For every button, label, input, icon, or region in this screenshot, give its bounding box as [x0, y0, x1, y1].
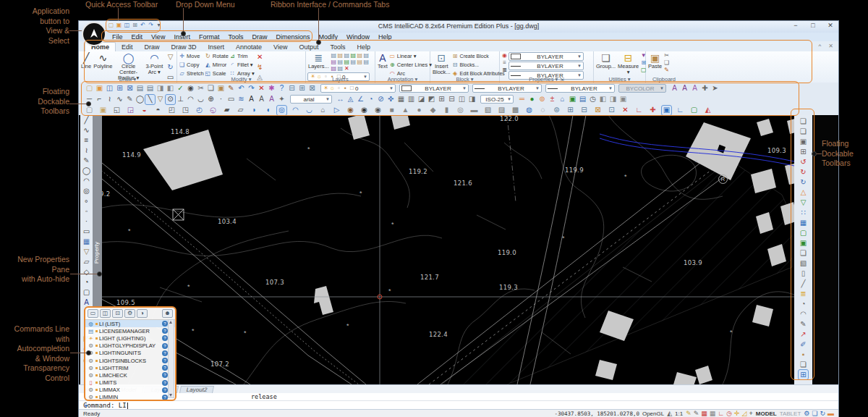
match-icon[interactable]: ❏ — [799, 360, 808, 369]
export-icon[interactable]: ◧ — [166, 84, 175, 93]
layer-tool-icon[interactable]: ⊜ — [552, 106, 561, 115]
find-icon[interactable]: ◉ — [186, 84, 195, 93]
lineweight-toggle-icon[interactable]: + — [749, 410, 753, 417]
polygon-icon[interactable]: ▽ — [82, 247, 91, 256]
tool-icon[interactable]: ▣ — [568, 95, 577, 104]
application-button[interactable] — [82, 22, 106, 46]
spell-check-icon[interactable]: ✓ — [176, 84, 185, 93]
tool-icon[interactable]: ◒ — [140, 106, 149, 115]
autocomplete-settings-icon[interactable]: ⚙ — [124, 309, 135, 318]
measure-button[interactable]: ⊟Measure ▾ — [617, 52, 639, 76]
command-suggestion[interactable]: ⚙ LIMMIN — [85, 394, 175, 401]
region-icon[interactable]: ▢ — [82, 287, 91, 297]
arc-3point-icon[interactable]: ◡ — [196, 95, 205, 104]
modify-button[interactable]: ✛Move — [179, 52, 204, 60]
lights-icon[interactable]: ◌ — [538, 106, 548, 115]
scale-icon[interactable]: ▢ — [799, 228, 808, 237]
circle-icon[interactable]: ◯ — [82, 166, 91, 175]
layer-tool-icon[interactable]: ▤ — [350, 52, 357, 59]
annotation-button[interactable]: ▭Linear ▾ — [389, 52, 432, 60]
layer-tool-icon[interactable]: ▤ — [331, 65, 337, 72]
layer-tool-icon[interactable]: ▤ — [363, 59, 370, 65]
tool-icon[interactable]: ✚ — [700, 84, 710, 93]
grid-tool-icon[interactable]: ⊞ — [799, 370, 808, 379]
dim-aligned-icon[interactable]: ◬ — [346, 95, 355, 104]
layer-tool-icon[interactable]: ▤ — [337, 52, 344, 59]
text-scale-icon[interactable]: A — [690, 84, 699, 93]
command-suggestion[interactable]: ▯ LIMITS — [85, 379, 175, 387]
menu-item[interactable]: Draw — [247, 33, 271, 41]
arc-icon[interactable]: ◠ — [186, 95, 195, 104]
cut-icon[interactable]: ✂ — [663, 52, 670, 59]
dim-baseline-icon[interactable]: ▦ — [396, 95, 406, 104]
match-properties-icon[interactable]: ✎ — [226, 84, 236, 93]
minimize-icon[interactable]: − — [791, 22, 801, 29]
arc-continue-icon[interactable]: ◔ — [82, 277, 91, 287]
solid-wedge-icon[interactable]: ▬ — [469, 106, 479, 115]
rotate-icon[interactable]: ↺ — [799, 157, 808, 167]
linetype-dropdown[interactable]: BYLAYER▼ — [509, 62, 584, 70]
solid-cylinder-icon[interactable]: ▮ — [442, 106, 451, 115]
layer-tool-icon[interactable]: ⊞ — [566, 106, 575, 115]
command-suggestion[interactable]: ▤ LICENSEMANAGER — [85, 327, 175, 334]
open-icon[interactable]: ▣ — [95, 84, 104, 93]
cut-icon[interactable]: ✂ — [196, 84, 205, 93]
save-icon[interactable]: ◫ — [105, 84, 114, 93]
linetype-dropdown-toolbar[interactable]: BYLAYER▼ — [472, 84, 542, 93]
copy-icon[interactable]: ❏ — [206, 84, 216, 93]
block-insert-icon[interactable]: ▣ — [98, 106, 108, 115]
modify-button[interactable]: ⊿Trim — [229, 52, 255, 60]
block-button[interactable]: ⊞Create Block — [452, 52, 505, 60]
annotation-monitor-icon[interactable]: ✎ — [694, 410, 699, 417]
panel-caption[interactable]: Properties ▾ ⇲ — [500, 76, 593, 83]
dim-edit-icon[interactable]: ◫ — [457, 95, 467, 104]
refresh-icon[interactable]: ↻ — [820, 410, 825, 417]
text-style-icon[interactable]: A — [670, 84, 679, 93]
menu-item[interactable]: Dimensions — [271, 33, 314, 41]
help-icon[interactable] — [162, 365, 168, 371]
text-edit-icon[interactable]: A — [680, 84, 689, 93]
float-window-icon[interactable]: ▭ — [88, 309, 98, 318]
play-icon[interactable]: ▷ — [332, 106, 341, 115]
zoom-in-icon[interactable]: ◗ — [250, 106, 259, 115]
help-icon[interactable] — [162, 350, 168, 356]
tool-icon[interactable]: ➤ — [710, 84, 720, 93]
print-preview-icon[interactable]: ▤ — [145, 84, 155, 93]
menu-item[interactable]: File — [108, 33, 127, 41]
layer-tool-icon[interactable]: ▤ — [350, 59, 357, 65]
xline-icon[interactable]: ╲ — [145, 95, 155, 104]
tablet-toggle[interactable]: TABLET — [780, 410, 801, 417]
solid-sphere-icon[interactable]: ● — [414, 106, 424, 115]
ribbon-tab[interactable]: View — [268, 43, 293, 51]
layer-dropdown-toolbar[interactable]: ☀☼▫▪□ 0▼ — [320, 84, 396, 93]
dim-update-icon[interactable]: ⊞ — [437, 95, 446, 104]
edit-spline-icon[interactable]: ✐ — [799, 340, 808, 349]
menu-item[interactable]: Edit — [127, 33, 148, 41]
block-button[interactable]: ⊟Blocks... — [452, 61, 505, 69]
ribbon-tab[interactable]: Help — [352, 43, 377, 51]
help-icon[interactable] — [162, 343, 168, 349]
ribbon-tab[interactable]: Insert — [203, 43, 231, 51]
edit-polyline-icon[interactable]: ✎ — [799, 319, 808, 329]
hatch-icon[interactable]: ▦ — [82, 237, 91, 246]
tolerance-icon[interactable]: ± — [548, 95, 557, 104]
delete-icon[interactable]: ✕ — [621, 106, 630, 115]
command-suggestion[interactable]: ⚙ LIMMAX — [85, 387, 175, 394]
layer-tool-icon[interactable]: ▤ — [363, 52, 370, 59]
ribbon-tab[interactable]: Edit — [116, 43, 139, 51]
dim-diameter-icon[interactable]: ⊘ — [376, 95, 386, 104]
command-history[interactable]: release — [79, 393, 838, 400]
offset-icon[interactable]: ▣ — [799, 137, 808, 146]
modify-button[interactable]: ◭Mirror — [205, 61, 229, 69]
layer-tool-icon[interactable]: ▤ — [357, 59, 363, 65]
mline-style-icon[interactable]: ═ — [517, 95, 527, 104]
union-icon[interactable]: ▧ — [483, 106, 493, 115]
undo-icon[interactable]: ↶ — [237, 84, 246, 93]
menu-item[interactable]: View — [147, 33, 169, 41]
match-properties-icon[interactable]: ✎ — [663, 67, 670, 73]
shade-icon[interactable]: ◉ — [373, 106, 383, 115]
ray-icon[interactable]: ⌐ — [95, 95, 104, 104]
panel-caption[interactable]: Draw ▾ — [79, 76, 176, 83]
solid-box-icon[interactable]: ■ — [387, 106, 396, 115]
point-icon[interactable]: · — [216, 95, 226, 104]
